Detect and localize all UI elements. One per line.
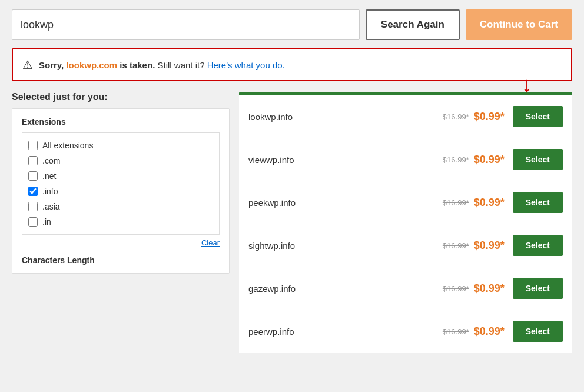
error-message: Sorry, lookwp.com is taken. Still want i… (39, 60, 285, 70)
domain-row: gazewp.info$16.99*$0.99*Select (239, 267, 572, 310)
checkbox-asia[interactable]: .asia (28, 199, 213, 214)
char-length-title: Characters Length (22, 255, 220, 265)
search-again-button[interactable]: Search Again (366, 9, 460, 40)
price-group: $16.99*$0.99* (443, 283, 505, 295)
domain-row-wrapper-1: viewwp.info$16.99*$0.99*Select (239, 138, 572, 181)
checkbox-all-extensions[interactable]: All extensions (28, 138, 213, 153)
error-box: ⚠ Sorry, lookwp.com is taken. Still want… (12, 48, 572, 81)
domain-name: viewwp.info (248, 155, 443, 165)
domain-row: lookwp.info$16.99*$0.99*Select (239, 95, 572, 138)
sidebar: Selected just for you: Extensions All ex… (12, 92, 230, 274)
sidebar-title: Selected just for you: (12, 92, 230, 102)
new-price: $0.99* (474, 197, 505, 209)
clear-link[interactable]: Clear (22, 238, 220, 247)
domain-row: peerwp.info$16.99*$0.99*Select (239, 310, 572, 353)
search-input[interactable] (12, 9, 360, 40)
domain-row-wrapper-0: ↓lookwp.info$16.99*$0.99*Select (239, 95, 572, 138)
checkbox-asia-input[interactable] (28, 202, 38, 211)
domain-row: sightwp.info$16.99*$0.99*Select (239, 224, 572, 267)
checkbox-info-input[interactable] (28, 187, 38, 196)
select-button[interactable]: Select (513, 106, 563, 127)
old-price: $16.99* (443, 198, 469, 207)
old-price: $16.99* (443, 155, 469, 164)
select-button[interactable]: Select (513, 149, 563, 170)
domain-rows-container: ↓lookwp.info$16.99*$0.99*Selectviewwp.in… (239, 95, 572, 353)
whats-next-link[interactable]: Here's what you do. (207, 60, 285, 70)
domain-row-wrapper-3: sightwp.info$16.99*$0.99*Select (239, 224, 572, 267)
price-group: $16.99*$0.99* (443, 154, 505, 166)
price-group: $16.99*$0.99* (443, 111, 505, 123)
checkbox-com-input[interactable] (28, 156, 38, 165)
domain-name: peekwp.info (248, 198, 443, 208)
domain-name: lookwp.info (248, 112, 443, 122)
price-group: $16.99*$0.99* (443, 240, 505, 252)
domain-name: gazewp.info (248, 284, 443, 294)
filter-box: Extensions All extensions .com .net (12, 108, 230, 274)
checkbox-net[interactable]: .net (28, 168, 213, 184)
price-group: $16.99*$0.99* (443, 325, 505, 338)
new-price: $0.99* (474, 111, 505, 123)
price-group: $16.99*$0.99* (443, 197, 505, 209)
old-price: $16.99* (443, 327, 469, 336)
search-row: Search Again Continue to Cart (12, 9, 572, 40)
checkbox-in-input[interactable] (28, 217, 38, 227)
checkbox-com[interactable]: .com (28, 153, 213, 168)
new-price: $0.99* (474, 325, 505, 338)
domain-row-wrapper-4: gazewp.info$16.99*$0.99*Select (239, 267, 572, 310)
old-price: $16.99* (443, 241, 469, 250)
checkbox-info[interactable]: .info (28, 184, 213, 199)
old-price: $16.99* (443, 284, 469, 293)
select-button[interactable]: Select (513, 192, 563, 213)
domain-row-wrapper-2: peekwp.info$16.99*$0.99*Select (239, 181, 572, 224)
domain-row: peekwp.info$16.99*$0.99*Select (239, 181, 572, 224)
checkbox-all-extensions-input[interactable] (28, 141, 38, 150)
old-price: $16.99* (443, 112, 469, 121)
new-price: $0.99* (474, 240, 505, 252)
error-domain: lookwp.com (66, 60, 117, 70)
select-button[interactable]: Select (513, 321, 563, 342)
new-price: $0.99* (474, 154, 505, 166)
select-button[interactable]: Select (513, 235, 563, 256)
checkbox-in[interactable]: .in (28, 214, 213, 230)
extensions-title: Extensions (22, 117, 220, 127)
domain-name: peerwp.info (248, 327, 443, 337)
continue-to-cart-button[interactable]: Continue to Cart (466, 9, 572, 40)
page-wrapper: Search Again Continue to Cart ⚠ Sorry, l… (0, 0, 584, 363)
domain-name: sightwp.info (248, 241, 443, 251)
domain-row-wrapper-5: peerwp.info$16.99*$0.99*Select (239, 310, 572, 353)
checkbox-net-input[interactable] (28, 171, 38, 181)
arrow-indicator: ↓ (522, 74, 532, 95)
extensions-list: All extensions .com .net .info (22, 132, 220, 235)
domain-row: viewwp.info$16.99*$0.99*Select (239, 138, 572, 181)
info-icon: ⚠ (22, 58, 33, 72)
results-area: ↓lookwp.info$16.99*$0.99*Selectviewwp.in… (239, 92, 572, 353)
new-price: $0.99* (474, 283, 505, 295)
main-content: Selected just for you: Extensions All ex… (12, 92, 572, 353)
select-button[interactable]: Select (513, 278, 563, 299)
